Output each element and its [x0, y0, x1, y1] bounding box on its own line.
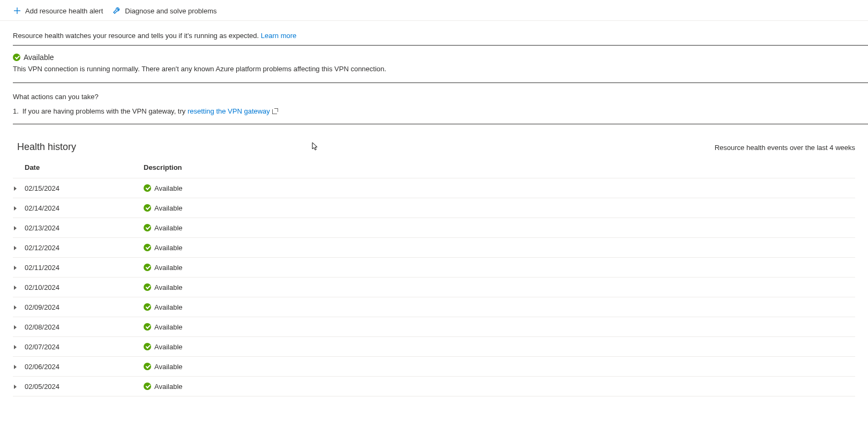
- table-row[interactable]: 02/07/2024Available: [13, 337, 855, 357]
- expand-toggle[interactable]: [13, 363, 25, 371]
- reset-gateway-link[interactable]: resetting the VPN gateway: [188, 107, 270, 115]
- table-row[interactable]: 02/12/2024Available: [13, 238, 855, 258]
- expand-toggle[interactable]: [13, 204, 25, 212]
- action-prefix: If you are having problems with the VPN …: [23, 107, 188, 115]
- chevron-right-icon: [14, 206, 17, 211]
- cell-date: 02/09/2024: [25, 303, 144, 311]
- table-row[interactable]: 02/13/2024Available: [13, 218, 855, 238]
- action-item: 1. If you are having problems with the V…: [13, 107, 855, 115]
- check-circle-icon: [13, 54, 20, 61]
- toolbar: Add resource health alert Diagnose and s…: [0, 0, 868, 21]
- chevron-right-icon: [14, 325, 17, 329]
- status-line: Available: [13, 53, 855, 62]
- cell-date: 02/08/2024: [25, 323, 144, 331]
- cell-date: 02/10/2024: [25, 283, 144, 291]
- actions-block: What actions can you take? 1. If you are…: [0, 83, 868, 124]
- chevron-right-icon: [14, 345, 17, 349]
- cell-date: 02/13/2024: [25, 224, 144, 232]
- cell-description: Available: [144, 184, 855, 192]
- cell-description: Available: [144, 244, 855, 252]
- intro-text: Resource health watches your resource an…: [13, 32, 259, 40]
- chevron-right-icon: [14, 186, 17, 191]
- wrench-icon: [113, 6, 121, 15]
- cell-description: Available: [144, 264, 855, 272]
- table-row[interactable]: 02/05/2024Available: [13, 377, 855, 396]
- expand-toggle[interactable]: [13, 383, 25, 391]
- table-row[interactable]: 02/14/2024Available: [13, 198, 855, 218]
- table-row[interactable]: 02/15/2024Available: [13, 178, 855, 198]
- diagnose-label: Diagnose and solve problems: [125, 7, 216, 15]
- check-circle-icon: [144, 323, 151, 331]
- check-circle-icon: [144, 303, 151, 311]
- status-text: Available: [154, 323, 183, 331]
- status-text: Available: [154, 224, 183, 232]
- status-text: Available: [154, 343, 183, 351]
- cell-description: Available: [144, 303, 855, 311]
- chevron-right-icon: [14, 226, 17, 230]
- add-alert-button[interactable]: Add resource health alert: [13, 6, 103, 15]
- plus-icon: [13, 6, 21, 15]
- status-text: Available: [154, 283, 183, 291]
- cell-date: 02/06/2024: [25, 363, 144, 371]
- chevron-right-icon: [14, 266, 17, 270]
- cell-description: Available: [144, 363, 855, 371]
- col-header-description: Description: [144, 163, 855, 171]
- expand-toggle[interactable]: [13, 343, 25, 351]
- cell-description: Available: [144, 224, 855, 232]
- cell-description: Available: [144, 343, 855, 351]
- table-header-row: Date Description: [13, 157, 855, 178]
- expand-toggle[interactable]: [13, 244, 25, 252]
- cell-date: 02/15/2024: [25, 184, 144, 192]
- status-label: Available: [24, 53, 54, 62]
- table-row[interactable]: 02/06/2024Available: [13, 357, 855, 377]
- status-text: Available: [154, 184, 183, 192]
- status-text: Available: [154, 363, 183, 371]
- check-circle-icon: [144, 224, 151, 231]
- cell-date: 02/07/2024: [25, 343, 144, 351]
- actions-list: 1. If you are having problems with the V…: [13, 107, 855, 115]
- actions-title: What actions can you take?: [13, 93, 855, 101]
- table-row[interactable]: 02/10/2024Available: [13, 278, 855, 297]
- status-block: Available This VPN connection is running…: [0, 46, 868, 83]
- cell-date: 02/12/2024: [25, 244, 144, 252]
- cell-date: 02/14/2024: [25, 204, 144, 212]
- history-header: Health history Resource health events ov…: [0, 124, 868, 157]
- table-row[interactable]: 02/08/2024Available: [13, 317, 855, 337]
- expand-toggle[interactable]: [13, 264, 25, 272]
- table-row[interactable]: 02/11/2024Available: [13, 258, 855, 278]
- external-link-icon: [272, 108, 278, 114]
- expand-toggle[interactable]: [13, 303, 25, 311]
- learn-more-link[interactable]: Learn more: [261, 32, 296, 40]
- check-circle-icon: [144, 204, 151, 212]
- expand-toggle[interactable]: [13, 323, 25, 331]
- cell-description: Available: [144, 283, 855, 291]
- intro-text-block: Resource health watches your resource an…: [0, 21, 868, 45]
- history-table: Date Description 02/15/2024Available02/1…: [0, 157, 868, 396]
- col-header-date: Date: [25, 163, 144, 171]
- add-alert-label: Add resource health alert: [25, 7, 103, 15]
- cell-date: 02/05/2024: [25, 383, 144, 391]
- check-circle-icon: [144, 184, 151, 192]
- expand-toggle[interactable]: [13, 184, 25, 192]
- check-circle-icon: [144, 383, 151, 390]
- chevron-right-icon: [14, 365, 17, 369]
- history-subtitle: Resource health events over the last 4 w…: [715, 144, 855, 152]
- table-row[interactable]: 02/09/2024Available: [13, 297, 855, 317]
- check-circle-icon: [144, 363, 151, 370]
- check-circle-icon: [144, 343, 151, 350]
- chevron-right-icon: [14, 246, 17, 250]
- chevron-right-icon: [14, 385, 17, 389]
- status-text: Available: [154, 303, 183, 311]
- expand-toggle[interactable]: [13, 283, 25, 291]
- history-title: Health history: [17, 141, 76, 153]
- action-number: 1.: [13, 107, 20, 115]
- status-text: Available: [154, 264, 183, 272]
- expand-toggle[interactable]: [13, 224, 25, 232]
- status-text: Available: [154, 204, 183, 212]
- cell-date: 02/11/2024: [25, 264, 144, 272]
- diagnose-button[interactable]: Diagnose and solve problems: [113, 6, 216, 15]
- status-text: Available: [154, 244, 183, 252]
- check-circle-icon: [144, 283, 151, 291]
- status-text: Available: [154, 383, 183, 391]
- status-description: This VPN connection is running normally.…: [13, 65, 855, 73]
